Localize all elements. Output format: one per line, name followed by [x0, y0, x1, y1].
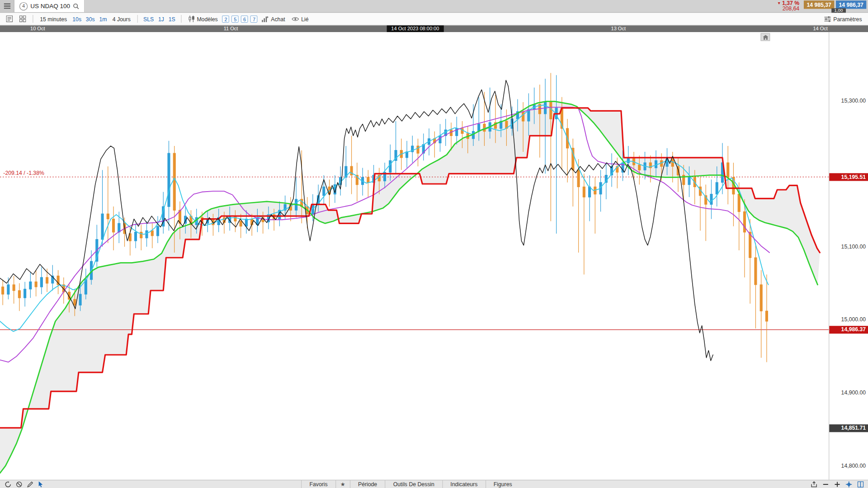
time-axis-label: 14 Oct [813, 25, 827, 32]
candle-body [46, 277, 48, 283]
zoom-out-button[interactable] [820, 480, 830, 488]
candle-body [107, 214, 109, 219]
candle-body [146, 230, 148, 238]
toolbar-divider [137, 15, 138, 23]
candle-body [35, 282, 37, 287]
time-axis-label: 10 Oct [30, 25, 45, 32]
crosshair-mode-button[interactable] [843, 480, 854, 488]
settings-button[interactable]: Paramètres [822, 13, 865, 24]
parametres-label: Paramètres [833, 16, 862, 22]
crosshair-date-tooltip: 14 Oct 2023 08:00:00 [387, 25, 444, 32]
candle-body [101, 214, 104, 239]
split-view-button[interactable] [855, 480, 866, 488]
bottom-menu-favoris[interactable]: Favoris [301, 480, 335, 488]
shortcut-sls-button[interactable]: SLS [142, 13, 155, 24]
sell-price-button[interactable]: 14 985,37 [804, 0, 834, 9]
bottom-menu-p-riode[interactable]: Période [350, 480, 385, 488]
chart-region: 10 Oct11 Oct13 Oct14 Oct14 Oct 2023 08:0… [0, 25, 868, 479]
shortcut-1s-button[interactable]: 1S [167, 13, 177, 24]
candle-body [240, 221, 242, 226]
range-select[interactable]: 4 Jours [110, 13, 133, 24]
quote-boxes: 14 985,37 14 986,37 1,00 [803, 0, 868, 12]
candle-body [550, 102, 552, 119]
minus-icon [822, 481, 828, 487]
candle-body [671, 159, 674, 166]
price-change-block: ▼1,37 % 208,64 [777, 0, 799, 11]
price-axis-label: 15,195.51 [829, 173, 868, 181]
timeframe-select[interactable]: 15 minutes [37, 13, 70, 24]
bar-chart-icon [262, 16, 269, 22]
candle-body [627, 158, 629, 163]
timeframe-1m-button[interactable]: 1m [98, 13, 108, 24]
layout-5-button[interactable]: 5 [231, 15, 239, 23]
toolbar-divider [33, 15, 33, 23]
instrument-tab[interactable]: 4 US NDAQ 100 [14, 0, 85, 12]
candlestick-icon [188, 15, 195, 22]
lie-label: Lié [301, 16, 308, 22]
timeframe-30s-button[interactable]: 30s [84, 13, 96, 24]
grid-icon [19, 15, 26, 22]
trading-app-window: 4 US NDAQ 100 ▼1,37 % 208,64 14 985,37 1… [0, 0, 868, 488]
refresh-icon [5, 481, 10, 487]
linked-button[interactable]: Lié [289, 13, 311, 24]
news-panel-button[interactable] [3, 13, 15, 24]
layout-6-button[interactable]: 6 [241, 15, 248, 23]
eye-icon [292, 16, 299, 21]
bottom-menu-indicateurs[interactable]: Indicateurs [442, 480, 485, 488]
hamburger-menu-button[interactable] [0, 0, 14, 12]
chart-plot-area[interactable]: -209.14 / -1.38% [0, 32, 829, 480]
candle-body [2, 287, 4, 294]
candle-body [7, 285, 9, 294]
candle-body [716, 183, 718, 194]
price-axis-label: 14,851.71 [829, 424, 868, 432]
bottom-menu-figures[interactable]: Figures [485, 480, 519, 488]
candle-body [743, 211, 745, 232]
timeframe-10s-button[interactable]: 10s [71, 13, 83, 24]
candle-body [738, 194, 740, 212]
candle-body [522, 112, 524, 121]
candle-body [483, 124, 486, 131]
auto-refresh-button[interactable] [2, 480, 13, 488]
export-chart-button[interactable] [808, 480, 819, 488]
layout-grid-button[interactable] [17, 13, 29, 24]
change-absolute: 208,64 [777, 6, 799, 11]
time-axis[interactable]: 10 Oct11 Oct13 Oct14 Oct14 Oct 2023 08:0… [0, 25, 868, 32]
price-axis[interactable]: 15,300.0015,195.5115,100.0015,000.0014,9… [829, 32, 868, 480]
candle-body [760, 285, 762, 311]
zoom-in-button[interactable] [831, 480, 842, 488]
spread-badge: 1,00 [831, 8, 845, 13]
search-icon[interactable] [73, 3, 79, 9]
candle-body [589, 187, 591, 197]
candle-body [168, 153, 170, 206]
shortcut-1j-button[interactable]: 1J [156, 13, 165, 24]
smart-cursor-button[interactable] [35, 480, 46, 488]
candle-body [389, 160, 392, 172]
candle-body [245, 219, 247, 226]
layout-2-button[interactable]: 2 [222, 15, 229, 23]
favorites-star-icon[interactable]: ★ [335, 480, 350, 488]
bottom-menu-outils-de-dessin[interactable]: Outils De Dessin [385, 480, 442, 488]
prohibition-icon [16, 481, 22, 487]
candle-body [13, 285, 15, 291]
candle-body [79, 294, 81, 305]
tab-bar-spacer [85, 0, 777, 12]
achat-label: Achat [271, 16, 285, 22]
layout-7-button[interactable]: 7 [250, 15, 258, 23]
candle-body [688, 177, 690, 184]
clear-drawings-button[interactable] [13, 480, 24, 488]
models-select[interactable]: Modèles [185, 13, 221, 24]
candle-body [29, 282, 32, 289]
candle-body [113, 219, 115, 232]
reset-view-button[interactable] [760, 33, 770, 41]
hamburger-icon [4, 3, 10, 9]
buy-mode-button[interactable]: Achat [259, 13, 288, 24]
chart-toolbar: 15 minutes 10s 30s 1m 4 Jours SLS 1J 1S … [0, 13, 868, 25]
price-chart-svg[interactable] [0, 32, 829, 480]
candle-body [417, 146, 419, 153]
instrument-badge-icon: 4 [19, 2, 28, 10]
price-axis-label: 14,800.00 [829, 462, 868, 469]
instrument-name: US NDAQ 100 [30, 3, 70, 9]
bottom-menu: Favoris★PériodeOutils De DessinIndicateu… [301, 480, 520, 488]
crosshair-icon [845, 481, 851, 487]
draw-tool-button[interactable] [24, 480, 35, 488]
